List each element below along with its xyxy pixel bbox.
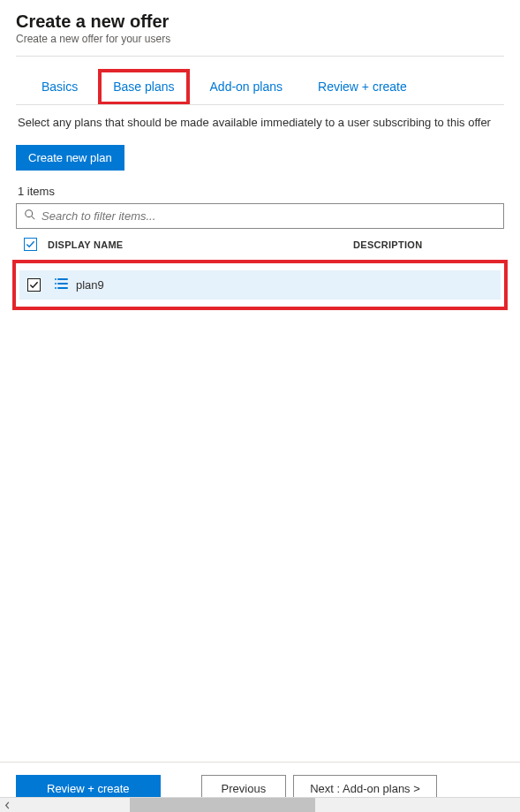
create-new-plan-button[interactable]: Create new plan bbox=[16, 145, 124, 171]
items-count: 1 items bbox=[16, 185, 504, 198]
search-icon bbox=[24, 209, 36, 224]
column-description[interactable]: DESCRIPTION bbox=[353, 239, 504, 250]
tab-basics[interactable]: Basics bbox=[26, 69, 93, 105]
plan-icon bbox=[53, 276, 69, 294]
tab-base-plans-label: Base plans bbox=[113, 80, 174, 94]
instruction-text: Select any plans that should be made ava… bbox=[16, 116, 504, 129]
row-checkbox[interactable] bbox=[27, 278, 41, 292]
select-all-checkbox[interactable] bbox=[24, 238, 37, 251]
table-row[interactable]: plan9 bbox=[19, 270, 501, 300]
tab-base-plans[interactable]: Base plans bbox=[98, 69, 189, 105]
tab-addon-plans[interactable]: Add-on plans bbox=[195, 69, 298, 105]
spacer bbox=[16, 310, 504, 762]
scrollbar-thumb[interactable] bbox=[130, 798, 315, 812]
table-header: DISPLAY NAME DESCRIPTION bbox=[16, 229, 504, 258]
page-subtitle: Create a new offer for your users bbox=[16, 33, 504, 45]
search-input[interactable] bbox=[41, 209, 496, 223]
row-display-name: plan9 bbox=[76, 278, 104, 292]
divider bbox=[16, 104, 504, 105]
page-title: Create a new offer bbox=[16, 11, 504, 32]
svg-line-1 bbox=[32, 216, 35, 220]
svg-point-0 bbox=[26, 210, 33, 217]
search-box[interactable] bbox=[16, 203, 504, 229]
column-display-name[interactable]: DISPLAY NAME bbox=[44, 239, 353, 250]
scroll-left-button[interactable] bbox=[0, 798, 15, 813]
tab-bar: Basics Base plans Add-on plans Review + … bbox=[16, 57, 504, 105]
scrollbar-track[interactable] bbox=[15, 798, 520, 812]
tab-review-create[interactable]: Review + create bbox=[303, 69, 422, 105]
horizontal-scrollbar[interactable] bbox=[0, 797, 520, 812]
highlighted-row-marker: plan9 bbox=[12, 260, 508, 310]
